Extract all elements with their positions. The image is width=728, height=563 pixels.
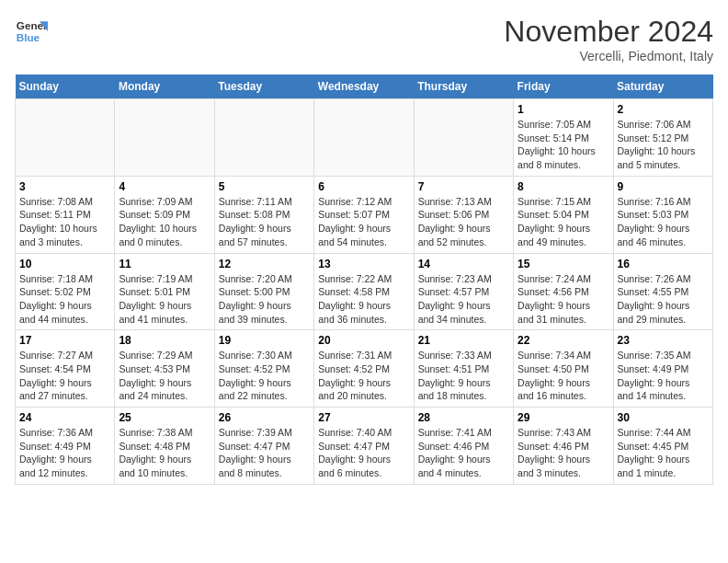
calendar-table: SundayMondayTuesdayWednesdayThursdayFrid… [15, 75, 713, 485]
calendar-body: 1Sunrise: 7:05 AM Sunset: 5:14 PM Daylig… [16, 99, 713, 485]
day-info: Sunrise: 7:22 AM Sunset: 4:58 PM Dayligh… [318, 272, 409, 327]
calendar-cell: 13Sunrise: 7:22 AM Sunset: 4:58 PM Dayli… [314, 253, 414, 330]
day-info: Sunrise: 7:08 AM Sunset: 5:11 PM Dayligh… [19, 195, 110, 249]
calendar-cell: 15Sunrise: 7:24 AM Sunset: 4:56 PM Dayli… [514, 253, 613, 330]
day-number: 9 [618, 180, 709, 193]
calendar-cell: 10Sunrise: 7:18 AM Sunset: 5:02 PM Dayli… [16, 253, 115, 330]
calendar-header: SundayMondayTuesdayWednesdayThursdayFrid… [16, 75, 713, 99]
calendar-cell: 1Sunrise: 7:05 AM Sunset: 5:14 PM Daylig… [514, 99, 613, 177]
day-info: Sunrise: 7:34 AM Sunset: 4:50 PM Dayligh… [518, 349, 609, 403]
day-info: Sunrise: 7:24 AM Sunset: 4:56 PM Dayligh… [518, 272, 609, 327]
day-number: 12 [219, 258, 310, 270]
day-number: 11 [119, 258, 210, 270]
week-row-3: 10Sunrise: 7:18 AM Sunset: 5:02 PM Dayli… [16, 253, 713, 330]
day-info: Sunrise: 7:43 AM Sunset: 4:46 PM Dayligh… [518, 426, 609, 480]
day-number: 29 [518, 411, 609, 424]
calendar-cell: 29Sunrise: 7:43 AM Sunset: 4:46 PM Dayli… [514, 408, 613, 485]
day-number: 19 [219, 334, 310, 347]
calendar-cell: 17Sunrise: 7:27 AM Sunset: 4:54 PM Dayli… [16, 330, 115, 408]
day-info: Sunrise: 7:44 AM Sunset: 4:45 PM Dayligh… [618, 426, 709, 480]
week-row-5: 24Sunrise: 7:36 AM Sunset: 4:49 PM Dayli… [16, 408, 713, 485]
calendar-cell: 12Sunrise: 7:20 AM Sunset: 5:00 PM Dayli… [214, 253, 313, 330]
week-row-1: 1Sunrise: 7:05 AM Sunset: 5:14 PM Daylig… [16, 99, 713, 177]
calendar-cell [115, 99, 214, 177]
day-number: 15 [518, 258, 609, 270]
day-number: 26 [219, 411, 310, 424]
day-number: 14 [418, 258, 509, 270]
day-info: Sunrise: 7:23 AM Sunset: 4:57 PM Dayligh… [418, 272, 509, 327]
weekday-header-row: SundayMondayTuesdayWednesdayThursdayFrid… [16, 75, 713, 99]
weekday-header-friday: Friday [514, 75, 613, 99]
calendar-cell: 14Sunrise: 7:23 AM Sunset: 4:57 PM Dayli… [414, 253, 513, 330]
calendar-cell: 9Sunrise: 7:16 AM Sunset: 5:03 PM Daylig… [613, 176, 712, 253]
location: Vercelli, Piedmont, Italy [504, 49, 713, 63]
day-number: 21 [418, 334, 509, 347]
calendar-cell: 23Sunrise: 7:35 AM Sunset: 4:49 PM Dayli… [613, 330, 712, 408]
day-number: 6 [318, 180, 409, 193]
calendar-cell: 24Sunrise: 7:36 AM Sunset: 4:49 PM Dayli… [16, 408, 115, 485]
day-info: Sunrise: 7:41 AM Sunset: 4:46 PM Dayligh… [418, 426, 509, 480]
day-number: 7 [418, 180, 509, 193]
week-row-4: 17Sunrise: 7:27 AM Sunset: 4:54 PM Dayli… [16, 330, 713, 408]
calendar-cell: 5Sunrise: 7:11 AM Sunset: 5:08 PM Daylig… [214, 176, 313, 253]
day-info: Sunrise: 7:31 AM Sunset: 4:52 PM Dayligh… [318, 349, 409, 403]
calendar-cell: 25Sunrise: 7:38 AM Sunset: 4:48 PM Dayli… [115, 408, 214, 485]
day-number: 16 [618, 258, 709, 270]
calendar-cell: 20Sunrise: 7:31 AM Sunset: 4:52 PM Dayli… [314, 330, 414, 408]
day-info: Sunrise: 7:38 AM Sunset: 4:48 PM Dayligh… [119, 426, 210, 480]
day-info: Sunrise: 7:39 AM Sunset: 4:47 PM Dayligh… [219, 426, 310, 480]
day-number: 23 [618, 334, 709, 347]
calendar-cell [214, 99, 313, 177]
day-info: Sunrise: 7:20 AM Sunset: 5:00 PM Dayligh… [219, 272, 310, 327]
day-info: Sunrise: 7:36 AM Sunset: 4:49 PM Dayligh… [19, 426, 110, 480]
header: General Blue November 2024 Vercelli, Pie… [15, 15, 713, 63]
calendar-cell: 19Sunrise: 7:30 AM Sunset: 4:52 PM Dayli… [214, 330, 313, 408]
day-number: 30 [618, 411, 709, 424]
day-number: 18 [119, 334, 210, 347]
day-info: Sunrise: 7:29 AM Sunset: 4:53 PM Dayligh… [119, 349, 210, 403]
day-number: 25 [119, 411, 210, 424]
calendar-cell: 8Sunrise: 7:15 AM Sunset: 5:04 PM Daylig… [514, 176, 613, 253]
calendar-cell: 4Sunrise: 7:09 AM Sunset: 5:09 PM Daylig… [115, 176, 214, 253]
calendar-cell: 22Sunrise: 7:34 AM Sunset: 4:50 PM Dayli… [514, 330, 613, 408]
calendar-cell: 27Sunrise: 7:40 AM Sunset: 4:47 PM Dayli… [314, 408, 414, 485]
day-number: 1 [518, 103, 609, 116]
day-info: Sunrise: 7:27 AM Sunset: 4:54 PM Dayligh… [19, 349, 110, 403]
day-info: Sunrise: 7:26 AM Sunset: 4:55 PM Dayligh… [618, 272, 709, 327]
calendar-cell: 16Sunrise: 7:26 AM Sunset: 4:55 PM Dayli… [613, 253, 712, 330]
weekday-header-saturday: Saturday [613, 75, 712, 99]
day-number: 22 [518, 334, 609, 347]
day-info: Sunrise: 7:30 AM Sunset: 4:52 PM Dayligh… [219, 349, 310, 403]
day-info: Sunrise: 7:11 AM Sunset: 5:08 PM Dayligh… [219, 195, 310, 249]
day-number: 27 [318, 411, 409, 424]
calendar-cell: 2Sunrise: 7:06 AM Sunset: 5:12 PM Daylig… [613, 99, 712, 177]
calendar-cell: 7Sunrise: 7:13 AM Sunset: 5:06 PM Daylig… [414, 176, 513, 253]
weekday-header-sunday: Sunday [16, 75, 115, 99]
day-info: Sunrise: 7:06 AM Sunset: 5:12 PM Dayligh… [618, 118, 709, 172]
day-info: Sunrise: 7:15 AM Sunset: 5:04 PM Dayligh… [518, 195, 609, 249]
calendar-cell [16, 99, 115, 177]
day-info: Sunrise: 7:13 AM Sunset: 5:06 PM Dayligh… [418, 195, 509, 249]
day-info: Sunrise: 7:16 AM Sunset: 5:03 PM Dayligh… [618, 195, 709, 249]
day-info: Sunrise: 7:19 AM Sunset: 5:01 PM Dayligh… [119, 272, 210, 327]
calendar-cell [414, 99, 513, 177]
day-number: 10 [19, 258, 110, 270]
day-number: 17 [19, 334, 110, 347]
day-info: Sunrise: 7:35 AM Sunset: 4:49 PM Dayligh… [618, 349, 709, 403]
day-info: Sunrise: 7:33 AM Sunset: 4:51 PM Dayligh… [418, 349, 509, 403]
title-area: November 2024 Vercelli, Piedmont, Italy [504, 15, 713, 63]
calendar-cell: 28Sunrise: 7:41 AM Sunset: 4:46 PM Dayli… [414, 408, 513, 485]
logo-icon: General Blue [15, 15, 48, 48]
weekday-header-thursday: Thursday [414, 75, 513, 99]
calendar-cell: 6Sunrise: 7:12 AM Sunset: 5:07 PM Daylig… [314, 176, 414, 253]
calendar-cell: 21Sunrise: 7:33 AM Sunset: 4:51 PM Dayli… [414, 330, 513, 408]
day-number: 2 [618, 103, 709, 116]
day-number: 24 [19, 411, 110, 424]
day-number: 28 [418, 411, 509, 424]
weekday-header-tuesday: Tuesday [214, 75, 313, 99]
calendar-cell [314, 99, 414, 177]
calendar-cell: 30Sunrise: 7:44 AM Sunset: 4:45 PM Dayli… [613, 408, 712, 485]
day-info: Sunrise: 7:12 AM Sunset: 5:07 PM Dayligh… [318, 195, 409, 249]
day-info: Sunrise: 7:05 AM Sunset: 5:14 PM Dayligh… [518, 118, 609, 172]
day-number: 4 [119, 180, 210, 193]
